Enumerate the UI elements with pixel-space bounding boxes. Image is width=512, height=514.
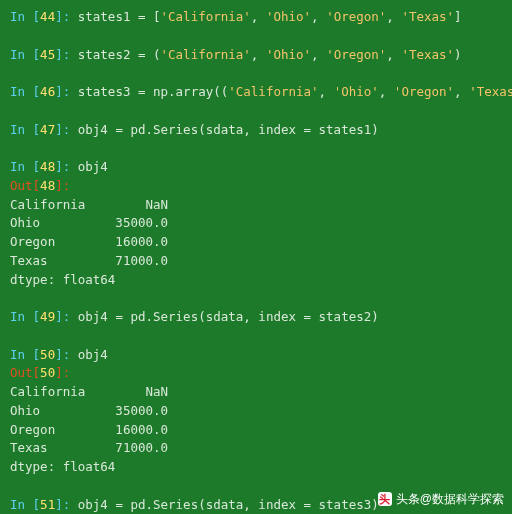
- blank-line: [10, 64, 502, 83]
- output-line: dtype: float64: [10, 458, 502, 477]
- output-line: dtype: float64: [10, 271, 502, 290]
- out-prompt: Out[50]:: [10, 364, 502, 383]
- output-line: Oregon 16000.0: [10, 421, 502, 440]
- in-cell: In [49]: obj4 = pd.Series(sdata, index =…: [10, 308, 502, 327]
- output-line: Texas 71000.0: [10, 439, 502, 458]
- blank-line: [10, 327, 502, 346]
- in-cell: In [50]: obj4: [10, 346, 502, 365]
- blank-line: [10, 102, 502, 121]
- ipython-terminal: In [44]: states1 = ['California', 'Ohio'…: [10, 8, 502, 514]
- in-cell: In [47]: obj4 = pd.Series(sdata, index =…: [10, 121, 502, 140]
- blank-line: [10, 289, 502, 308]
- in-cell: In [45]: states2 = ('California', 'Ohio'…: [10, 46, 502, 65]
- output-line: Ohio 35000.0: [10, 402, 502, 421]
- in-cell: In [46]: states3 = np.array(('California…: [10, 83, 502, 102]
- in-cell: In [48]: obj4: [10, 158, 502, 177]
- blank-line: [10, 139, 502, 158]
- output-line: California NaN: [10, 196, 502, 215]
- attribution-text: 头条@数据科学探索: [396, 490, 504, 508]
- blank-line: [10, 27, 502, 46]
- in-cell: In [44]: states1 = ['California', 'Ohio'…: [10, 8, 502, 27]
- out-prompt: Out[48]:: [10, 177, 502, 196]
- output-line: Texas 71000.0: [10, 252, 502, 271]
- output-line: California NaN: [10, 383, 502, 402]
- output-line: Ohio 35000.0: [10, 214, 502, 233]
- output-line: Oregon 16000.0: [10, 233, 502, 252]
- toutiao-logo-icon: 头: [378, 492, 392, 506]
- attribution: 头 头条@数据科学探索: [378, 490, 504, 508]
